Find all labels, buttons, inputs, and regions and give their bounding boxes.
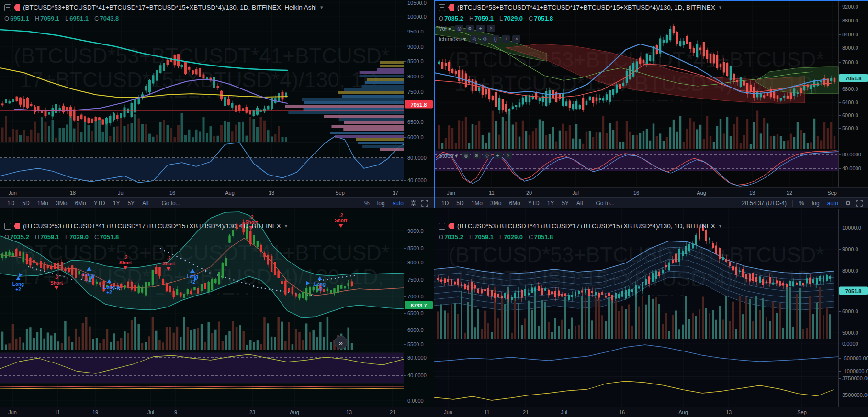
close-icon[interactable]: × [512, 35, 520, 43]
range-button-6mo[interactable]: 6Mo [71, 199, 89, 208]
eye-icon[interactable]: ◎ [455, 25, 463, 32]
braces-icon[interactable]: {} [483, 152, 491, 159]
time-axis-label: Sep [335, 190, 345, 196]
symbol-title[interactable]: (BTCUSD*53+BTCUSDT*41+BTCUSD*17+BTCUSD*1… [23, 4, 316, 11]
svg-text:Long: Long [83, 272, 95, 277]
range-button-6mo[interactable]: 6Mo [506, 199, 523, 208]
range-button-5d[interactable]: 5D [19, 199, 33, 208]
collapse-panel-icon[interactable] [4, 4, 11, 11]
goto-date-button[interactable]: Go to... [592, 199, 618, 208]
symbol-title[interactable]: (BTCUSD*53+BTCUSDT*41+BTCUSD*17+BTCUSD*1… [457, 222, 715, 230]
percent-scale-button[interactable]: % [796, 199, 808, 208]
price-scale-label: 5600.0 [842, 125, 858, 131]
flag-icon[interactable] [14, 223, 20, 229]
expand-more-button[interactable]: » [334, 336, 348, 349]
chart-canvas[interactable] [0, 0, 434, 208]
range-button-1d[interactable]: 1D [438, 199, 452, 208]
collapse-panel-icon[interactable] [4, 223, 11, 230]
time-axis-label: 13 [269, 190, 274, 196]
range-button-5y[interactable]: 5Y [558, 199, 572, 208]
range-button-ytd[interactable]: YTD [525, 199, 543, 208]
log-scale-button[interactable]: log [809, 199, 823, 208]
flag-icon[interactable] [448, 4, 454, 11]
gear-icon[interactable] [408, 199, 418, 208]
price-scale-label: 6500.0 [407, 119, 424, 125]
ohlc-high-label: H [469, 15, 473, 22]
svg-text:+2: +2 [15, 287, 21, 292]
gear-icon[interactable]: ⚙ [481, 35, 489, 43]
fullscreen-icon[interactable] [854, 199, 865, 208]
price-scale-label: 7000.0 [407, 294, 424, 299]
gear-icon[interactable]: ⚙ [473, 152, 481, 159]
range-button-1mo[interactable]: 1Mo [34, 199, 52, 208]
braces-icon[interactable]: {} [491, 35, 499, 43]
range-button-1d[interactable]: 1D [4, 199, 18, 208]
eye-icon[interactable]: ◎ [462, 152, 470, 159]
plus-icon[interactable]: + [502, 35, 510, 43]
range-button-3mo[interactable]: 3Mo [487, 199, 505, 208]
time-axis[interactable]: Jun1119Jul923Aug1321 [0, 407, 434, 417]
percent-scale-button[interactable]: % [361, 199, 373, 208]
range-button-5y[interactable]: 5Y [124, 199, 138, 208]
chart-canvas[interactable] [434, 0, 868, 208]
range-button-1y[interactable]: 1Y [110, 199, 124, 208]
indicator-label[interactable]: Ichimoku ▾ [439, 36, 466, 43]
gear-icon[interactable]: ⚙ [466, 25, 474, 32]
ohlc-row: O7035.2 H7059.1 L7029.0 C7051.8 [439, 15, 553, 22]
symbol-title[interactable]: (BTCUSD*53+BTCUSDT*41+BTCUSD*17+BTCUSD*1… [457, 4, 715, 11]
price-scale-label: 0.0000 [842, 341, 858, 347]
auto-scale-button[interactable]: auto [824, 199, 842, 208]
price-scale-label: 7500.0 [407, 89, 424, 95]
chevron-down-icon[interactable]: ▾ [285, 223, 288, 229]
symbol-title[interactable]: (BTCUSD*53+BTCUSDT*41+BTCUSD*17+BTCUSD*1… [23, 222, 281, 230]
range-button-ytd[interactable]: YTD [90, 199, 109, 208]
price-scale-label: 10500.0 [407, 0, 427, 6]
time-axis[interactable]: Jun18Jul16Aug13Sep17 [0, 187, 434, 198]
time-axis[interactable]: Jun1120Jul16Aug1322Sep [434, 187, 868, 198]
price-scale-label: 5000.0 [842, 330, 858, 336]
range-button-3mo[interactable]: 3Mo [53, 199, 70, 208]
flag-icon[interactable] [14, 4, 20, 11]
price-scale-label: 9000.0 [842, 246, 858, 252]
time-axis-label: 9 [174, 409, 177, 415]
price-scale[interactable]: 10500.010000.09500.09000.08500.08000.075… [404, 0, 434, 187]
range-button-5d[interactable]: 5D [453, 199, 467, 208]
ohlc-close-label: C [529, 15, 533, 22]
collapse-panel-icon[interactable] [439, 4, 445, 11]
log-scale-button[interactable]: log [374, 199, 388, 208]
fullscreen-icon[interactable] [419, 199, 430, 208]
plus-icon[interactable]: + [476, 25, 485, 32]
chart-canvas[interactable]: Long+2Long+2Long+2Long+2Long+2-2Short-2S… [0, 209, 434, 417]
time-axis-label: 19 [92, 409, 98, 415]
range-button-1y[interactable]: 1Y [544, 199, 558, 208]
svg-text:-2: -2 [124, 255, 128, 260]
flag-icon[interactable] [448, 223, 454, 229]
range-button-all[interactable]: All [139, 199, 152, 208]
indicator-label[interactable]: Stoch ▾ [439, 153, 458, 159]
close-icon[interactable]: × [487, 25, 495, 32]
ohlc-low-value: 7029.0 [69, 233, 89, 241]
goto-date-button[interactable]: Go to... [158, 199, 183, 208]
indicator-label[interactable]: Vol ▾ [439, 25, 451, 32]
plus-icon[interactable]: + [494, 152, 502, 159]
range-button-all[interactable]: All [573, 199, 586, 208]
time-axis-label: 17 [393, 190, 398, 196]
auto-scale-button[interactable]: auto [389, 199, 407, 208]
time-axis[interactable]: Jun1121Jul16Aug13Sep [434, 407, 868, 417]
close-icon[interactable]: × [504, 152, 512, 159]
chevron-down-icon[interactable]: ▾ [719, 4, 722, 11]
chevron-down-icon[interactable]: ▾ [719, 223, 722, 229]
collapse-panel-icon[interactable] [439, 223, 445, 230]
gear-icon[interactable] [843, 199, 853, 208]
indicator-row-vol: Vol ▾◎⚙+× [439, 25, 495, 32]
price-scale[interactable]: 10000.09000.08000.06000.05000.00.0000-50… [838, 209, 868, 407]
time-axis-label: 16 [633, 190, 639, 196]
price-scale[interactable]: 9000.08500.08000.07500.07000.06500.06000… [404, 209, 434, 407]
eye-icon[interactable]: ◎ [470, 35, 478, 43]
chevron-down-icon[interactable]: ▾ [320, 4, 323, 11]
chart-legend: (BTCUSD*53+BTCUSDT*41+BTCUSD*17+BTCUSD*1… [4, 222, 287, 230]
price-scale-label: 9200.0 [842, 4, 858, 10]
range-button-1mo[interactable]: 1Mo [468, 199, 486, 208]
price-scale[interactable]: 9200.08800.08400.08000.07600.07200.06800… [838, 0, 868, 187]
chart-canvas[interactable] [434, 209, 868, 417]
